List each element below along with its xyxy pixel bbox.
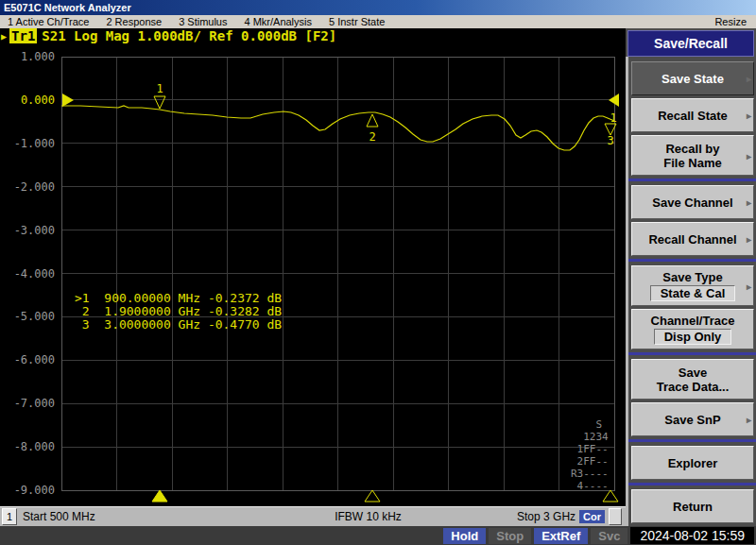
y-axis-label: -6.000 — [14, 353, 55, 366]
softkey-menu-title[interactable]: Save/Recall — [627, 30, 754, 57]
softkey-label: Recall Channel — [648, 232, 736, 247]
softkey-recall-state[interactable]: Recall State▸ — [631, 98, 754, 132]
trace-info-bar: ▶ Tr1 S21 Log Mag 1.000dB/ Ref 0.000dB [… — [0, 28, 626, 43]
reference-level-marker-left-icon — [62, 94, 74, 107]
bottom-marker-1-icon — [152, 490, 167, 502]
softkey-label: Save — [679, 366, 707, 380]
softkey-channel-trace[interactable]: Channel/TraceDisp Only — [631, 309, 754, 349]
submenu-arrow-icon: ▸ — [747, 196, 751, 210]
menu-item-active-ch-trace[interactable]: 1 Active Ch/Trace — [8, 15, 89, 28]
softkey-label: Trace Data... — [657, 380, 730, 394]
channel-status-bar: 1 Start 500 MHz IFBW 10 kHz Stop 3 GHz C… — [0, 506, 626, 526]
correction-badge: Cor — [579, 510, 605, 523]
submenu-arrow-icon: ▸ — [747, 72, 751, 86]
marker-1-number: 1 — [156, 82, 163, 95]
softkey-label: Explorer — [668, 456, 718, 470]
status-right: Stop 3 GHz Cor — [517, 508, 622, 525]
extref-indicator: ExtRef — [534, 528, 588, 544]
plot-area[interactable]: 1.0000.000-1.000-2.000-3.000-4.000-5.000… — [0, 43, 626, 507]
submenu-arrow-icon: ▸ — [747, 279, 751, 293]
softkey-list: Save State▸Recall State▸Recall byFile Na… — [626, 57, 756, 526]
y-axis-label: 1.000 — [21, 50, 55, 63]
softkey-value-inset: Disp Only — [654, 329, 732, 345]
submenu-arrow-icon: ▸ — [747, 148, 751, 162]
softkey-label: Save State — [662, 72, 724, 86]
submenu-arrow-icon: ▸ — [747, 413, 751, 427]
trace1-format-label: S21 Log Mag 1.000dB/ Ref 0.000dB [F2] — [42, 28, 336, 43]
softkey-separator — [628, 483, 756, 485]
stop-indicator: Stop — [489, 528, 531, 544]
softkey-label: File Name — [663, 156, 721, 170]
y-axis-label: -4.000 — [14, 267, 55, 281]
softkey-save-type[interactable]: Save TypeState & Cal▸ — [631, 265, 754, 306]
right-edge-trace-number: 1 — [610, 111, 616, 125]
menu-bar: 1 Active Ch/Trace2 Response3 Stimulus4 M… — [0, 15, 756, 28]
softkey-save-trace-data[interactable]: SaveTrace Data... — [631, 359, 754, 400]
y-axis-label: -8.000 — [14, 440, 55, 453]
y-axis-label: -1.000 — [14, 137, 55, 150]
marker-1-triangle-icon — [154, 96, 165, 109]
instrument-status-bar: Hold Stop ExtRef Svc 2024-08-02 15:59 — [0, 526, 756, 545]
window-titlebar: E5071C Network Analyzer — [0, 0, 756, 15]
softkey-label: Recall by — [665, 142, 719, 156]
y-axis-label: -5.000 — [14, 310, 55, 323]
softkey-save-state[interactable]: Save State▸ — [631, 61, 754, 95]
y-axis-label: -3.000 — [14, 224, 55, 237]
stop-frequency-label: Stop 3 GHz — [517, 510, 576, 523]
softkey-label: Save Type — [662, 270, 722, 284]
y-axis-label: -9.000 — [14, 484, 55, 497]
ifbw-label: IFBW 10 kHz — [219, 510, 517, 523]
plot-container: 1.0000.000-1.000-2.000-3.000-4.000-5.000… — [0, 43, 626, 506]
menu-item-instr-state[interactable]: 5 Instr State — [329, 15, 385, 28]
status-left: 1 Start 500 MHz — [2, 508, 219, 525]
main-area: ▶ Tr1 S21 Log Mag 1.000dB/ Ref 0.000dB [… — [0, 28, 756, 526]
softkey-recall-by-file-name[interactable]: Recall byFile Name▸ — [631, 135, 754, 176]
softkey-separator — [628, 179, 756, 181]
softkey-return[interactable]: Return — [631, 489, 754, 523]
softkey-label: Save Channel — [652, 196, 732, 210]
softkey-label: Save SnP — [664, 413, 720, 427]
softkey-save-snp[interactable]: Save SnP▸ — [631, 402, 754, 436]
hold-indicator: Hold — [443, 528, 486, 544]
marker-readout: >1 900.00000 MHz -0.2372 dB 2 1.9000000 … — [75, 292, 282, 332]
submenu-arrow-icon: ▸ — [747, 232, 751, 247]
marker-3-number: 3 — [607, 134, 613, 147]
softkey-separator — [628, 352, 756, 355]
menu-item-stimulus[interactable]: 3 Stimulus — [179, 15, 227, 28]
status-grip-box — [609, 508, 622, 525]
svc-indicator: Svc — [591, 528, 627, 544]
active-trace-arrow-icon: ▶ — [1, 31, 7, 42]
softkey-sidebar: Save/Recall Save State▸Recall State▸Reca… — [626, 28, 756, 526]
softkey-label: Return — [673, 500, 713, 514]
trace1-badge[interactable]: Tr1 — [9, 28, 37, 43]
display-area: ▶ Tr1 S21 Log Mag 1.000dB/ Ref 0.000dB [… — [0, 28, 626, 526]
y-axis-label: 0.000 — [21, 94, 55, 107]
y-axis-label: -2.000 — [14, 180, 55, 194]
channel-number-box: 1 — [2, 508, 17, 525]
softkey-separator — [628, 439, 756, 442]
softkey-separator — [628, 259, 756, 262]
instrument-screen: E5071C Network Analyzer 1 Active Ch/Trac… — [0, 0, 756, 545]
softkey-label: Channel/Trace — [651, 314, 735, 328]
channel-status-block: S 1234 1FF-- 2FF-- R3---- 4---- — [571, 418, 609, 492]
softkey-value-inset: State & Cal — [650, 285, 736, 301]
clock-display: 2024-08-02 15:59 — [630, 527, 754, 544]
softkey-label: Recall State — [658, 109, 728, 123]
bottom-marker-2-icon — [365, 490, 380, 502]
menu-item-response[interactable]: 2 Response — [106, 15, 162, 28]
marker-2-triangle-icon — [367, 114, 378, 127]
start-frequency-label: Start 500 MHz — [23, 510, 95, 523]
resize-control[interactable]: Resize — [714, 15, 747, 28]
softkey-explorer[interactable]: Explorer — [631, 446, 754, 480]
menu-item-mkr-analysis[interactable]: 4 Mkr/Analysis — [244, 15, 312, 28]
softkey-save-channel[interactable]: Save Channel▸ — [631, 185, 754, 219]
softkey-recall-channel[interactable]: Recall Channel▸ — [631, 222, 754, 256]
y-axis-label: -7.000 — [14, 397, 55, 410]
submenu-arrow-icon: ▸ — [747, 109, 751, 123]
marker-2-number: 2 — [369, 130, 375, 144]
window-title: E5071C Network Analyzer — [4, 2, 131, 13]
